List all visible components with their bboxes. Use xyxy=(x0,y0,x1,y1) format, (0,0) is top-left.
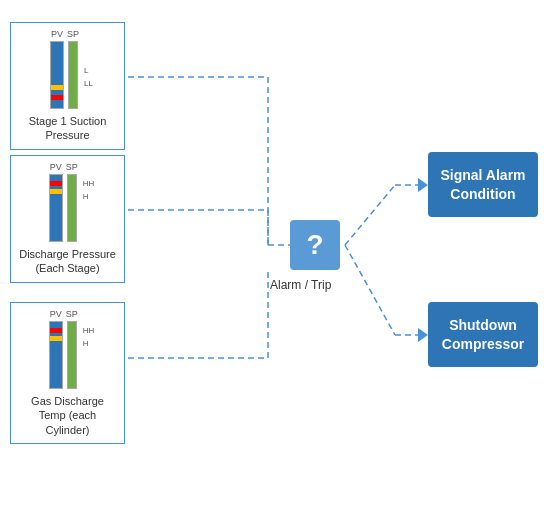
gauge-discharge-title: Discharge Pressure (Each Stage) xyxy=(17,247,118,276)
signal-alarm-box[interactable]: Signal AlarmCondition xyxy=(428,152,538,217)
sp-label-3: SP xyxy=(66,309,78,319)
sp-label-2: SP xyxy=(66,162,78,172)
hh-h-marker-label-2: HHH xyxy=(83,178,95,204)
signal-alarm-label: Signal AlarmCondition xyxy=(440,166,525,202)
gauge-temp-title: Gas Discharge Temp (each Cylinder) xyxy=(17,394,118,437)
shutdown-compressor-label: ShutdownCompressor xyxy=(442,316,524,352)
pv-label-3: PV xyxy=(50,309,62,319)
sp-label-1: SP xyxy=(67,29,79,39)
question-symbol: ? xyxy=(306,229,323,261)
l-marker-label: LLL xyxy=(84,65,93,91)
svg-line-10 xyxy=(345,245,395,335)
shutdown-compressor-box[interactable]: ShutdownCompressor xyxy=(428,302,538,367)
diagram: PV SP LLL Stage 1 Suction Pressure PV xyxy=(0,0,544,522)
hh-h-marker-label-3: HHH xyxy=(83,325,95,351)
alarm-trip-label: Alarm / Trip xyxy=(270,278,331,292)
question-box: ? xyxy=(290,220,340,270)
svg-marker-12 xyxy=(418,328,428,342)
gauge-suction-box: PV SP LLL Stage 1 Suction Pressure xyxy=(10,22,125,150)
svg-line-7 xyxy=(345,185,395,245)
pv-label-1: PV xyxy=(51,29,63,39)
gauge-discharge-box: PV SP HHH Discharge Pressure (Each Stage… xyxy=(10,155,125,283)
svg-marker-9 xyxy=(418,178,428,192)
gauge-suction-title: Stage 1 Suction Pressure xyxy=(17,114,118,143)
gauge-temp-box: PV SP HHH Gas Discharge Temp (each Cylin… xyxy=(10,302,125,444)
pv-label-2: PV xyxy=(50,162,62,172)
